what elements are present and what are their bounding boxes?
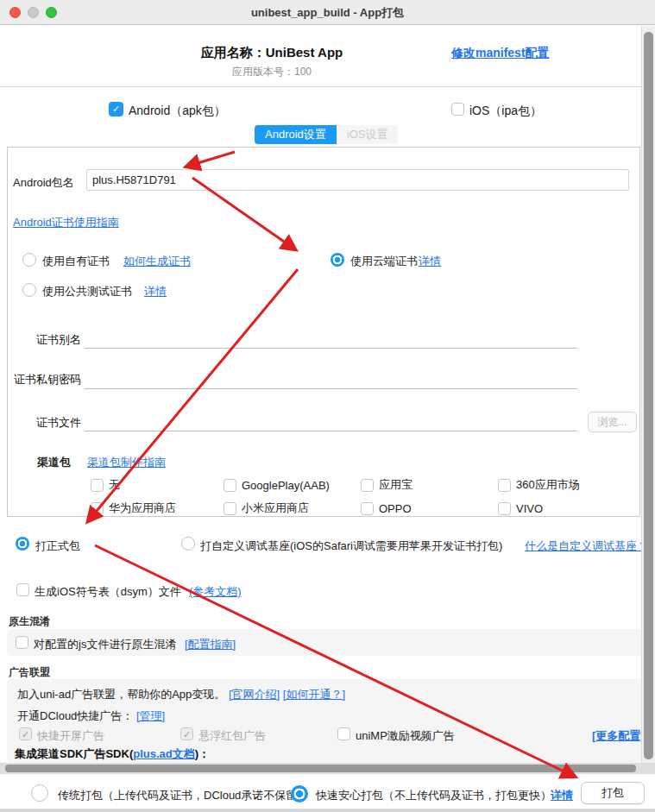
ios-platform-checkbox[interactable]: [451, 103, 464, 116]
plus-ad-doc-link[interactable]: plus.ad文档: [133, 747, 195, 760]
ios-platform-label: iOS（ipa包）: [469, 104, 542, 119]
channel-option-huawei[interactable]: 华为应用商店: [91, 501, 224, 515]
ad-dcloud-row: 开通DCloud快捷广告： [管理]: [17, 708, 165, 724]
cert-file-label: 证书文件: [8, 415, 81, 431]
custom-base-radio[interactable]: [181, 537, 195, 551]
ad-dcloud-text: 开通DCloud快捷广告：: [17, 709, 133, 722]
channel-option-360[interactable]: 360应用市场: [498, 478, 636, 492]
dsym-doc-link[interactable]: (参考文档): [189, 584, 242, 600]
channel-option-googleplay[interactable]: GooglePlay(AAB): [224, 478, 361, 492]
obfuscation-checkbox[interactable]: [16, 636, 28, 649]
fast-package-label: 快速安心打包（不上传代码及证书，打包更快）: [316, 788, 551, 803]
package-name-label: Android包名: [13, 175, 74, 191]
cert-guide-link[interactable]: Android证书使用指南: [13, 215, 119, 230]
channel-label: 无: [109, 477, 120, 493]
obfuscation-box: 对配置的js文件进行原生混淆 [配置指南]: [7, 629, 650, 656]
custom-base-label: 打自定义调试基座(iOS的Safari调试需要用苹果开发证书打包): [200, 538, 502, 554]
redpacket-ad-label: 悬浮红包广告: [198, 728, 266, 744]
android-platform-checkbox[interactable]: ✓: [109, 102, 123, 116]
splash-ad-label: 快捷开屏广告: [37, 728, 104, 744]
window-title: unibest_app_build - App打包: [0, 0, 655, 25]
ad-howto-link[interactable]: [如何开通？]: [283, 688, 345, 701]
ad-manage-link[interactable]: [管理]: [136, 709, 165, 722]
android-platform-label: Android（apk包）: [129, 104, 226, 119]
channel-checkbox[interactable]: [361, 479, 374, 492]
traditional-package-label: 传统打包（上传代码及证书，DCloud承诺不保留）: [58, 788, 308, 803]
app-version-label: 应用版本号：100: [0, 65, 544, 79]
title-bar: unibest_app_build - App打包: [0, 0, 655, 25]
footer-bar: 传统打包（上传代码及证书，DCloud承诺不保留） 快速安心打包（不上传代码及证…: [0, 774, 655, 809]
obfuscation-label: 对配置的js文件进行原生混淆: [34, 637, 176, 652]
release-build-label: 打正式包: [35, 538, 80, 554]
tab-ios-settings[interactable]: iOS设置: [337, 125, 399, 144]
channel-option-oppo[interactable]: OPPO: [361, 501, 498, 515]
dsym-label: 生成iOS符号表（dsym）文件: [35, 584, 181, 600]
sdk-suffix: )：: [195, 747, 210, 760]
dsym-checkbox[interactable]: [16, 583, 29, 596]
release-build-radio[interactable]: [16, 537, 29, 551]
channel-checkbox[interactable]: [91, 479, 104, 492]
ad-box: 加入uni-ad广告联盟，帮助你的App变现。 [官网介绍] [如何开通？] 开…: [7, 679, 650, 763]
channel-checkbox[interactable]: [361, 502, 374, 515]
ad-intro-text: 加入uni-ad广告联盟，帮助你的App变现。: [17, 688, 225, 701]
cloud-cert-radio[interactable]: [331, 253, 344, 267]
package-name-input[interactable]: [86, 169, 629, 191]
check-icon: ✓: [181, 728, 192, 740]
channel-checkbox[interactable]: [91, 502, 104, 515]
channel-label: OPPO: [379, 502, 412, 515]
obfuscation-guide-link[interactable]: [配置指南]: [185, 637, 236, 652]
vertical-scrollbar[interactable]: [641, 26, 655, 763]
browse-button[interactable]: 浏览...: [588, 412, 637, 432]
fast-package-radio[interactable]: [291, 785, 308, 803]
channel-checkbox[interactable]: [498, 479, 511, 492]
cert-password-input[interactable]: [85, 368, 577, 389]
more-config-link[interactable]: [更多配置]: [592, 728, 645, 744]
cloud-cert-label: 使用云端证书: [350, 254, 418, 269]
ad-official-link[interactable]: [官网介绍]: [229, 688, 280, 701]
channel-option-xiaomi[interactable]: 小米应用商店: [224, 501, 361, 515]
channel-option-vivo[interactable]: VIVO: [498, 501, 636, 515]
channel-guide-link[interactable]: 渠道包制作指南: [87, 455, 166, 470]
footer-detail-link[interactable]: 详情: [551, 788, 573, 803]
cert-file-input[interactable]: [85, 411, 577, 431]
channel-label: 360应用市场: [516, 477, 580, 493]
modify-manifest-link[interactable]: 修改manifest配置: [451, 46, 550, 61]
sdk-row: 集成渠道SDK广告SDK(plus.ad文档)：: [15, 746, 210, 762]
horizontal-scrollbar-thumb[interactable]: [5, 765, 636, 772]
channel-label: 华为应用商店: [109, 500, 176, 516]
package-button[interactable]: 打包: [581, 782, 645, 804]
public-test-cert-radio[interactable]: [22, 283, 36, 297]
vertical-scrollbar-thumb[interactable]: [644, 32, 653, 759]
cert-password-label: 证书私钥密码: [8, 372, 81, 387]
channel-label: 应用宝: [379, 477, 413, 493]
what-is-custom-base-link[interactable]: 什么是自定义调试基座？: [525, 538, 648, 554]
ad-intro-row: 加入uni-ad广告联盟，帮助你的App变现。 [官网介绍] [如何开通？]: [17, 687, 345, 702]
channel-label: 小米应用商店: [242, 500, 309, 516]
tab-android-settings[interactable]: Android设置: [255, 125, 337, 144]
cert-alias-label: 证书别名: [8, 332, 81, 348]
channel-option-none[interactable]: 无: [91, 478, 224, 492]
splash-ad-checkbox[interactable]: ✓: [19, 727, 32, 740]
channel-checkbox[interactable]: [224, 479, 236, 492]
redpacket-ad-checkbox[interactable]: ✓: [180, 727, 193, 740]
cert-alias-input[interactable]: [85, 328, 577, 349]
channel-package-label: 渠道包: [37, 455, 71, 470]
header-divider: [0, 86, 655, 87]
cloud-cert-detail-link[interactable]: 详情: [419, 254, 441, 269]
window-bottom-edge: [0, 809, 655, 812]
channel-options-grid: 无 GooglePlay(AAB) 应用宝 360应用市场 华为应用商店 小米应…: [91, 478, 636, 515]
channel-checkbox[interactable]: [498, 502, 511, 515]
check-icon: ✓: [20, 728, 31, 740]
unimp-ad-checkbox[interactable]: [337, 727, 350, 740]
public-cert-detail-link[interactable]: 详情: [144, 284, 167, 299]
channel-label: GooglePlay(AAB): [242, 479, 330, 492]
app-build-dialog: unibest_app_build - App打包 应用名称：UniBest A…: [0, 0, 655, 812]
public-test-cert-label: 使用公共测试证书: [42, 284, 132, 299]
channel-option-yingyongbao[interactable]: 应用宝: [361, 478, 498, 492]
settings-tabs: Android设置 iOS设置: [255, 125, 398, 144]
channel-checkbox[interactable]: [224, 502, 236, 515]
horizontal-scrollbar[interactable]: [0, 763, 655, 774]
traditional-package-radio[interactable]: [31, 784, 48, 802]
own-cert-radio[interactable]: [22, 253, 36, 267]
how-to-generate-cert-link[interactable]: 如何生成证书: [123, 254, 191, 269]
